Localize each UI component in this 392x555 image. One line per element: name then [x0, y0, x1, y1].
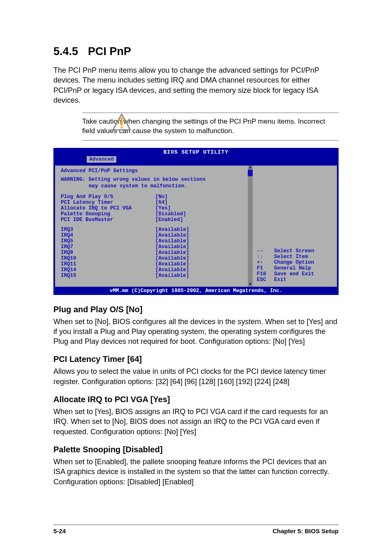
bios-setting-row[interactable]: PCI IDE BusMaster[Enabled]	[61, 217, 244, 223]
subsection-body: Allows you to select the value in units …	[53, 366, 339, 387]
bios-setting-key: PCI Latency Timer	[61, 200, 155, 205]
subsection-body: When set to [No], BIOS configures all th…	[53, 317, 339, 347]
bios-setting-row[interactable]: Allocate IRQ to PCI VGA[Yes]	[61, 205, 244, 211]
bios-help-row: F10Save and Exit	[257, 271, 334, 277]
bios-irq-value: [Available]	[155, 256, 189, 261]
bios-help-label: General Help	[274, 265, 311, 271]
bios-irq-key: IRQ9	[61, 250, 155, 256]
bios-help-row: ↑↓Select Item	[257, 254, 334, 260]
bios-setting-key: PCI IDE BusMaster	[61, 217, 155, 223]
bios-tab-advanced[interactable]: Advanced	[87, 156, 116, 163]
bios-help-row: F1General Help	[257, 265, 334, 271]
bios-warning-line1: WARNING: Setting wrong values in below s…	[61, 177, 206, 182]
scroll-thumb[interactable]	[248, 170, 253, 176]
bios-irq-key: IRQ10	[61, 256, 155, 261]
bios-irq-key: IRQ15	[61, 273, 155, 279]
bios-setting-row[interactable]: Plug And Play O/S[No]	[61, 194, 244, 200]
bios-help-row: +-Change Option	[257, 260, 334, 265]
bios-irq-value: [Available]	[155, 250, 189, 256]
bios-title: BIOS SETUP UTILITY	[54, 148, 338, 156]
bios-help-key: ↑↓	[257, 254, 274, 260]
bios-setting-value: [64]	[155, 200, 168, 205]
bios-help-row: ←→Select Screen	[257, 248, 334, 254]
bios-left-pane: Advanced PCI/PnP Settings WARNING: Setti…	[55, 166, 248, 287]
subsection-heading: Palette Snooping [Disabled]	[53, 445, 339, 454]
bios-irq-row[interactable]: IRQ9[Available]	[61, 250, 244, 256]
section-title: PCI PnP	[88, 45, 131, 58]
bios-irq-row[interactable]: IRQ7[Available]	[61, 244, 244, 250]
subsection-heading: Plug and Play O/S [No]	[53, 305, 339, 314]
bios-setting-value: [Enabled]	[155, 217, 183, 223]
bios-tab-row: Advanced	[54, 156, 338, 164]
bios-irq-value: [Available]	[155, 233, 189, 238]
bios-scrollbar[interactable]: ▲ ▼	[248, 166, 253, 287]
bios-irq-value: [Available]	[155, 267, 189, 273]
bios-help-label: Exit	[274, 277, 286, 283]
bios-irq-key: IRQ11	[61, 261, 155, 267]
page-footer: 5-24 Chapter 5: BIOS Setup	[53, 525, 339, 534]
bios-help-pane: ←→Select Screen↑↓Select Item+-Change Opt…	[253, 166, 337, 287]
bios-setting-value: [Disabled]	[155, 211, 186, 217]
bios-help-label: Select Item	[274, 254, 308, 260]
bios-settings-list: Plug And Play O/S[No]PCI Latency Timer[6…	[61, 194, 244, 223]
subsection-heading: PCI Latency Timer [64]	[53, 355, 339, 364]
bios-help-key: ←→	[257, 248, 274, 254]
bios-irq-row[interactable]: IRQ3[Available]	[61, 227, 244, 233]
bios-irq-value: [Available]	[155, 238, 189, 244]
bios-irq-key: IRQ14	[61, 267, 155, 273]
bios-help-key: +-	[257, 260, 274, 265]
bios-panel: BIOS SETUP UTILITY Advanced Advanced PCI…	[53, 148, 339, 295]
bios-irq-key: IRQ4	[61, 233, 155, 238]
bios-help-key: F1	[257, 265, 274, 271]
bios-irq-row[interactable]: IRQ14[Available]	[61, 267, 244, 273]
bios-setting-value: [No]	[155, 194, 168, 200]
bios-setting-key: Allocate IRQ to PCI VGA	[61, 205, 155, 211]
bios-irq-row[interactable]: IRQ4[Available]	[61, 233, 244, 238]
caution-icon	[112, 113, 131, 133]
bios-irq-value: [Available]	[155, 273, 189, 279]
bios-irq-row[interactable]: IRQ11[Available]	[61, 261, 244, 267]
section-number: 5.4.5	[53, 45, 78, 58]
bios-irq-value: [Available]	[155, 244, 189, 250]
scroll-down-icon[interactable]: ▼	[249, 283, 251, 287]
bios-irq-key: IRQ3	[61, 227, 155, 233]
bios-help-key: F10	[257, 271, 274, 277]
bios-irq-key: IRQ7	[61, 244, 155, 250]
bios-help-key: ESC	[257, 277, 274, 283]
bios-help-row: ESCExit	[257, 277, 334, 283]
bios-help-label: Select Screen	[274, 248, 314, 254]
bios-subtitle: Advanced PCI/PnP Settings	[61, 168, 244, 174]
bios-irq-key: IRQ5	[61, 238, 155, 244]
bios-irq-row[interactable]: IRQ10[Available]	[61, 256, 244, 261]
intro-paragraph: The PCI PnP menu items allow you to chan…	[53, 65, 339, 105]
bios-setting-value: [Yes]	[155, 205, 171, 211]
scroll-up-icon[interactable]: ▲	[249, 166, 251, 170]
bios-setting-row[interactable]: Palette Snooping[Disabled]	[61, 211, 244, 217]
bios-setting-row[interactable]: PCI Latency Timer[64]	[61, 200, 244, 205]
page-number: 5-24	[53, 527, 66, 534]
bios-irq-row[interactable]: IRQ15[Available]	[61, 273, 244, 279]
chapter-label: Chapter 5: BIOS Setup	[272, 527, 339, 534]
subsection-body: When set to [Yes], BIOS assigns an IRQ t…	[53, 407, 339, 437]
bios-help-label: Change Option	[274, 260, 314, 265]
subsection-heading: Allocate IRQ to PCI VGA [Yes]	[53, 395, 339, 404]
bios-warning-line2: may cause system to malfunction.	[61, 183, 244, 189]
svg-point-2	[121, 127, 123, 129]
bios-irq-row[interactable]: IRQ5[Available]	[61, 238, 244, 244]
section-heading: 5.4.5PCI PnP	[53, 45, 339, 58]
bios-irq-value: [Available]	[155, 227, 189, 233]
bios-irq-value: [Available]	[155, 261, 189, 267]
bios-setting-key: Plug And Play O/S	[61, 194, 155, 200]
bios-irq-list: IRQ3[Available]IRQ4[Available]IRQ5[Avail…	[61, 227, 244, 279]
subsection-body: When set to [Enabled], the pallete snoop…	[53, 457, 339, 487]
bios-setting-key: Palette Snooping	[61, 211, 155, 217]
bios-warning: WARNING: Setting wrong values in below s…	[61, 176, 244, 190]
bios-copyright: vMM.mm (C)Copyright 1985-2002, American …	[54, 288, 338, 295]
bios-help-label: Save and Exit	[274, 271, 314, 277]
